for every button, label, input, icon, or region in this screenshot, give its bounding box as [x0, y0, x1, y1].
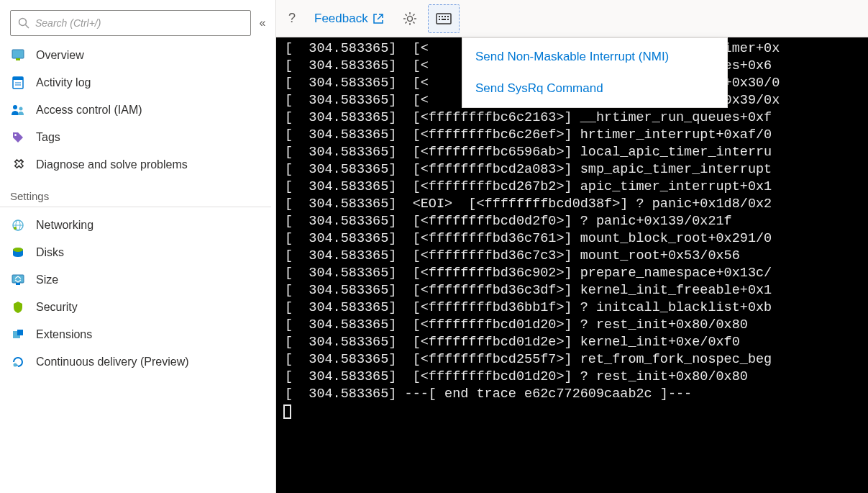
sidebar-item-tags[interactable]: Tags	[0, 124, 271, 151]
svg-point-23	[407, 16, 412, 21]
sidebar-item-label: Diagnose and solve problems	[36, 158, 188, 171]
disks-icon	[10, 245, 26, 261]
svg-rect-18	[16, 283, 20, 285]
console-line: [ 304.583365] [<ffffffffbc6596ab>] local…	[276, 144, 868, 161]
svg-rect-28	[447, 16, 449, 17]
svg-point-0	[19, 19, 27, 26]
svg-line-1	[26, 25, 29, 29]
feedback-button[interactable]: Feedback	[306, 4, 392, 33]
sidebar-item-label: Overview	[36, 49, 84, 62]
keyboard-icon	[436, 13, 452, 24]
svg-rect-2	[12, 50, 24, 58]
size-icon	[10, 272, 26, 288]
console-line: [ 304.583365] [<ffffffffbcd01d20>] ? res…	[276, 317, 868, 334]
sidebar-item-label: Size	[36, 273, 58, 286]
sidebar-item-label: Networking	[36, 219, 93, 232]
svg-line-22	[378, 14, 383, 19]
help-button[interactable]: ?	[280, 4, 303, 33]
console-line: [ 304.583365] [<ffffffffbc6c2163>] __hrt…	[276, 109, 868, 127]
search-row: Search (Ctrl+/) «	[0, 10, 275, 42]
search-placeholder: Search (Ctrl+/)	[35, 17, 101, 29]
security-icon	[10, 299, 26, 315]
sidebar-item-label: Continuous delivery (Preview)	[36, 356, 189, 368]
svg-rect-31	[447, 19, 449, 20]
sidebar-item-label: Tags	[36, 131, 60, 144]
svg-rect-27	[444, 16, 446, 17]
svg-rect-26	[442, 16, 443, 17]
sidebar-item-security[interactable]: Security	[0, 294, 271, 321]
sidebar-item-activity-log[interactable]: Activity log	[0, 69, 271, 96]
svg-point-14	[14, 227, 17, 230]
gear-icon	[403, 12, 417, 26]
cursor	[283, 404, 291, 419]
console-line: [ 304.583365] ---[ end trace e62c772609c…	[276, 386, 868, 403]
svg-point-16	[13, 248, 23, 252]
svg-rect-25	[439, 16, 440, 17]
settings-button[interactable]	[395, 4, 425, 33]
search-icon	[18, 17, 29, 29]
console-line: [ 304.583365] [<ffffffffbcd01d20>] ? res…	[276, 368, 868, 386]
sidebar-item-disks[interactable]: Disks	[0, 239, 271, 266]
sidebar-item-label: Security	[36, 301, 78, 314]
sidebar-item-overview[interactable]: Overview	[0, 42, 271, 69]
access-control-icon	[10, 102, 26, 118]
keyboard-dropdown: Send Non-Maskable Interrupt (NMI) Send S…	[462, 37, 728, 108]
svg-rect-29	[439, 19, 440, 20]
svg-rect-3	[16, 58, 20, 60]
toolbar: ? Feedback	[276, 0, 868, 37]
sidebar: Search (Ctrl+/) « Overview Activity log …	[0, 0, 276, 493]
sidebar-item-networking[interactable]: Networking	[0, 212, 271, 239]
svg-point-10	[14, 134, 17, 136]
extensions-icon	[10, 327, 26, 343]
sidebar-item-diagnose[interactable]: Diagnose and solve problems	[0, 151, 271, 178]
sidebar-item-label: Extensions	[36, 328, 92, 341]
console-line: [ 304.583365] [<ffffffffbc6c26ef>] hrtim…	[276, 127, 868, 144]
sidebar-item-label: Activity log	[36, 76, 91, 89]
svg-rect-30	[442, 19, 446, 20]
svg-rect-20	[17, 330, 23, 335]
sidebar-item-extensions[interactable]: Extensions	[0, 321, 271, 348]
nav-scroll[interactable]: Overview Activity log Access control (IA…	[0, 42, 275, 493]
sidebar-item-continuous-delivery[interactable]: Continuous delivery (Preview)	[0, 348, 271, 376]
sidebar-item-label: Disks	[36, 246, 64, 259]
dropdown-item-nmi[interactable]: Send Non-Maskable Interrupt (NMI)	[462, 41, 727, 73]
external-link-icon	[373, 13, 384, 24]
console-line: [ 304.583365] <EOI> [<ffffffffbcd0d38f>]…	[276, 196, 868, 213]
console-line: [ 304.583365] [<ffffffffbd36c3df>] kerne…	[276, 282, 868, 299]
dropdown-item-sysrq[interactable]: Send SysRq Command	[462, 73, 727, 104]
sidebar-item-access-control[interactable]: Access control (IAM)	[0, 96, 271, 124]
console-line: [ 304.583365] [<ffffffffbd36bb1f>] ? ini…	[276, 299, 868, 317]
console-line: [ 304.583365] [<ffffffffbcd01d2e>] kerne…	[276, 334, 868, 351]
sidebar-item-size[interactable]: Size	[0, 266, 271, 294]
svg-point-8	[13, 105, 17, 109]
console-line: [ 304.583365] [<ffffffffbd36c7c3>] mount…	[276, 248, 868, 265]
search-input[interactable]: Search (Ctrl+/)	[10, 10, 251, 36]
diagnose-icon	[10, 157, 26, 173]
console-line: [ 304.583365] [<ffffffffbcd267b2>] apic_…	[276, 178, 868, 196]
console-line: [ 304.583365] [<ffffffffbcd0d2f0>] ? pan…	[276, 213, 868, 230]
console-line: [ 304.583365] [<ffffffffbcd2a083>] smp_a…	[276, 161, 868, 178]
collapse-sidebar-button[interactable]: «	[251, 17, 268, 30]
console-line: [ 304.583365] [<ffffffffbd36c761>] mount…	[276, 230, 868, 248]
console-line: [ 304.583365] [<ffffffffbd36c902>] prepa…	[276, 265, 868, 282]
console-line: [ 304.583365] [<ffffffffbcd255f7>] ret_f…	[276, 351, 868, 368]
settings-header: Settings	[0, 178, 271, 207]
feedback-label: Feedback	[314, 12, 368, 26]
activity-log-icon	[10, 75, 26, 91]
keyboard-button[interactable]	[428, 4, 460, 33]
svg-point-21	[14, 363, 17, 367]
overview-icon	[10, 48, 26, 63]
sidebar-item-label: Access control (IAM)	[36, 104, 142, 117]
tags-icon	[10, 130, 26, 145]
networking-icon	[10, 217, 26, 233]
main-area: ? Feedback Send Non-Maskable Interrupt (…	[276, 0, 868, 493]
svg-point-9	[19, 107, 23, 111]
continuous-delivery-icon	[10, 354, 26, 370]
svg-rect-5	[13, 77, 23, 80]
